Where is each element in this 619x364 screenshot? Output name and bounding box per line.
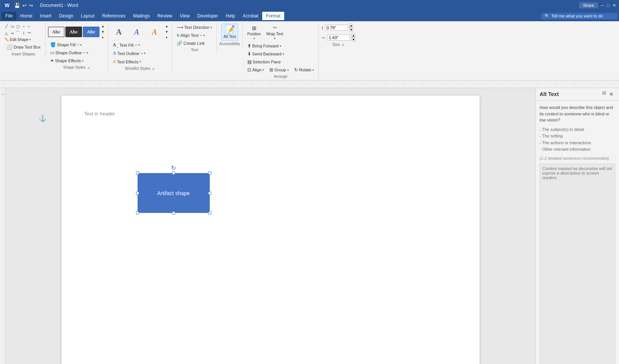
wrap-text-btn[interactable]: ⎶ Wrap Text ▾ — [264, 24, 285, 42]
group-btn[interactable]: ⊞ Group ▾ — [267, 66, 291, 74]
alt-text-input[interactable] — [540, 164, 615, 364]
menu-item-references[interactable]: References — [98, 12, 129, 20]
rotate-handle[interactable]: ↻ — [170, 164, 177, 172]
edit-shape-btn[interactable]: ✏️Edit Shape▾ — [4, 37, 32, 43]
size-label: Size ⊿ — [321, 42, 355, 47]
alt-text-panel-detach[interactable]: ⊟ — [602, 90, 606, 98]
handle-mid-left[interactable] — [136, 192, 139, 195]
handle-bot-right[interactable] — [208, 211, 211, 214]
menu-item-review[interactable]: Review — [154, 12, 176, 20]
wordart-scroll-down[interactable]: ▼ — [164, 29, 169, 35]
handle-bot-left[interactable] — [136, 211, 139, 214]
hint-2: - The setting — [540, 133, 615, 140]
width-down[interactable]: ▼ — [351, 38, 355, 42]
arrange-label: Arrange — [245, 74, 316, 79]
width-up[interactable]: ▲ — [351, 33, 355, 38]
align-text-btn[interactable]: ≡ Align Text ~ ▾ — [174, 32, 207, 39]
menu-item-format[interactable]: Format — [262, 12, 284, 20]
menu-item-file[interactable]: File — [2, 12, 16, 20]
align-btn[interactable]: ⊡ Align ▾ — [245, 66, 266, 74]
shape-styles-expand-icon[interactable]: ⊿ — [87, 66, 90, 69]
menu-item-help[interactable]: Help — [222, 12, 239, 20]
text-outline-btn[interactable]: A Text Outline ~ ▾ — [111, 49, 148, 57]
hint-1: - The subject(s) in detail — [540, 126, 615, 133]
shape-line-btn[interactable]: ╱ — [4, 24, 9, 29]
size-expand-icon[interactable]: ⊿ — [341, 43, 344, 47]
shape-style-1[interactable]: Abc — [48, 27, 65, 37]
handle-mid-right[interactable] — [208, 192, 211, 195]
wordart-style-2[interactable]: A — [128, 27, 145, 37]
shape-style-2[interactable]: Abc — [65, 27, 82, 37]
artifact-shape[interactable]: Artifact shape — [138, 173, 210, 213]
selection-pane-btn[interactable]: ▤ Selection Pane — [245, 58, 283, 66]
shape-styles-label: Shape Styles ⊿ — [48, 65, 106, 70]
anchor-icon: ⚓ — [39, 115, 46, 122]
shape-oval-btn[interactable]: ○ — [21, 24, 26, 29]
insert-shapes-label: Insert Shapes — [4, 51, 43, 57]
position-btn[interactable]: ⊞ Position ▾ — [245, 24, 263, 42]
share-button[interactable]: Share — [579, 2, 598, 8]
text-direction-btn[interactable]: ⟶ Text Direction ▾ — [174, 24, 215, 31]
shape-curve-btn[interactable]: ⌒ — [15, 30, 21, 36]
artifact-container: ↻ Artifact shape — [138, 164, 210, 213]
wordart-style-1[interactable]: A — [111, 27, 127, 37]
shape-fill-btn[interactable]: 🪣 Shape Fill ~ ▾ — [48, 41, 90, 49]
menu-item-acrobat[interactable]: Acrobat — [239, 12, 262, 20]
close-button[interactable]: ✕ — [613, 3, 616, 8]
quick-access-bar: 💾 ↩ ↪ — [14, 3, 33, 8]
width-input[interactable] — [327, 35, 350, 41]
handle-bot-mid[interactable] — [172, 211, 175, 214]
title-bar-right: Share ─ □ ✕ — [579, 2, 616, 8]
menu-item-developer[interactable]: Developer — [193, 12, 222, 20]
text-effects-btn[interactable]: A Text Effects ▾ — [111, 58, 148, 66]
shape-styles-scroll-down[interactable]: ▼ — [100, 29, 106, 35]
shape-style-3[interactable]: Abc — [83, 27, 100, 37]
wordart-style-3[interactable]: A — [146, 27, 163, 37]
shape-styles-scroll-up[interactable]: ▲ — [100, 24, 106, 29]
width-icon: ↔ — [321, 35, 326, 40]
alt-text-panel-close[interactable]: ✕ — [608, 90, 615, 98]
alt-text-btn[interactable]: 📝 Alt Text — [221, 24, 238, 41]
shape-triangle-btn[interactable]: △ — [4, 30, 9, 36]
send-backward-btn[interactable]: ⬇ Send Backward ▾ — [245, 50, 287, 58]
shape-styles-expand[interactable]: ▾ — [100, 35, 106, 40]
wordart-expand-icon[interactable]: ⊿ — [152, 67, 155, 71]
shape-more-btn[interactable]: ⌐ — [27, 24, 32, 29]
shape-scribble-btn[interactable]: 〜 — [27, 30, 32, 36]
menu-item-design[interactable]: Design — [55, 12, 77, 20]
handle-top-left[interactable] — [136, 172, 139, 175]
handle-top-right[interactable] — [208, 172, 211, 175]
draw-text-box-btn[interactable]: ⬜Draw Text Box — [4, 43, 43, 51]
height-up[interactable]: ▲ — [349, 24, 353, 28]
search-icon: 🔍 — [545, 14, 550, 19]
shape-rect-btn[interactable]: ▭ — [9, 24, 15, 29]
bring-forward-btn[interactable]: ⬆ Bring Forward ▾ — [245, 42, 283, 50]
shape-freeform-btn[interactable]: ⌇ — [21, 30, 26, 36]
menu-item-layout[interactable]: Layout — [77, 12, 98, 20]
height-down[interactable]: ▼ — [349, 28, 353, 32]
rotate-btn[interactable]: ↻ Rotate ▾ — [292, 66, 316, 74]
doc-title: Document1 - Word — [40, 3, 78, 8]
shape-outline-btn[interactable]: ▭ Shape Outline ~ ▾ — [48, 49, 90, 57]
height-input[interactable] — [325, 25, 348, 31]
insert-shapes-group: ╱ ▭ ▢ ○ ⌐ △ ⇒ ⌒ ⌇ 〜 ✏️Edit Shape▾ — [2, 23, 46, 58]
page: Text in header ⚓ ↻ Artifact shape — [62, 96, 480, 364]
tell-me-search[interactable]: 🔍 Tell me what you want to do — [541, 13, 617, 19]
handle-top-mid[interactable] — [172, 172, 175, 175]
menu-item-view[interactable]: View — [176, 12, 194, 20]
alt-text-panel-body: How would you describe this object and i… — [536, 101, 619, 364]
shape-effects-btn[interactable]: ✦ Shape Effects ▾ — [48, 57, 90, 65]
shape-arrow-btn[interactable]: ⇒ — [9, 30, 15, 36]
menu-item-insert[interactable]: Insert — [36, 12, 55, 20]
wordart-scroll-up[interactable]: ▲ — [164, 24, 169, 29]
shape-roundrect-btn[interactable]: ▢ — [15, 24, 21, 29]
text-fill-btn[interactable]: A Text Fill ~ ▾ — [111, 41, 148, 49]
create-link-btn[interactable]: 🔗 Create Link — [174, 39, 207, 47]
menu-item-mailings[interactable]: Mailings — [129, 12, 154, 20]
wordart-styles-label: WordArt Styles ⊿ — [111, 66, 169, 71]
maximize-button[interactable]: □ — [607, 3, 610, 8]
minimize-button[interactable]: ─ — [601, 3, 604, 8]
search-placeholder: Tell me what you want to do — [551, 14, 603, 18]
wordart-expand[interactable]: ▾ — [164, 35, 169, 40]
menu-item-home[interactable]: Home — [16, 12, 36, 20]
